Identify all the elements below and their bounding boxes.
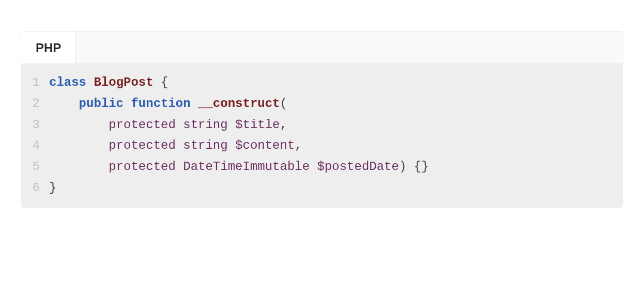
token-indent <box>49 97 79 111</box>
code-content: } <box>49 178 623 199</box>
token-space <box>176 118 183 132</box>
token-space <box>406 160 413 174</box>
token-space <box>176 138 183 152</box>
token-keyword: class <box>49 75 86 89</box>
token-modifier: protected <box>109 118 176 132</box>
token-space <box>124 97 131 111</box>
code-block: PHP 1 class BlogPost { 2 public function… <box>21 31 623 208</box>
token-braces: {} <box>414 160 429 174</box>
line-number: 6 <box>21 178 49 199</box>
token-space <box>154 75 161 89</box>
token-type: string <box>183 138 227 152</box>
code-content: protected string $title, <box>49 115 623 136</box>
code-line: 6 } <box>21 178 623 199</box>
line-number: 5 <box>21 156 49 178</box>
code-line: 2 public function __construct( <box>21 93 623 115</box>
token-brace: } <box>49 181 56 195</box>
code-line: 4 protected string $content, <box>21 135 623 156</box>
line-number: 2 <box>21 93 49 115</box>
token-indent <box>49 138 109 152</box>
token-type: string <box>183 118 227 132</box>
code-line: 3 protected string $title, <box>21 115 623 136</box>
code-content: protected string $content, <box>49 135 623 156</box>
line-number: 1 <box>21 72 49 93</box>
token-keyword: public <box>79 97 124 111</box>
code-content: protected DateTimeImmutable $postedDate)… <box>49 156 623 178</box>
token-keyword: function <box>131 97 190 111</box>
tab-php[interactable]: PHP <box>21 32 76 64</box>
token-space <box>228 118 235 132</box>
page: PHP 1 class BlogPost { 2 public function… <box>0 0 644 228</box>
token-classname: BlogPost <box>94 75 153 89</box>
code-content: class BlogPost { <box>49 72 623 93</box>
line-number: 4 <box>21 135 49 156</box>
code-line: 1 class BlogPost { <box>21 72 623 93</box>
line-number: 3 <box>21 115 49 136</box>
token-paren: ) <box>399 160 406 174</box>
token-space <box>191 97 198 111</box>
token-indent <box>49 160 109 174</box>
token-space <box>228 138 235 152</box>
token-paren: ( <box>280 97 287 111</box>
token-variable: $title <box>235 118 280 132</box>
token-brace: { <box>161 75 168 89</box>
token-variable: $content <box>235 138 295 152</box>
token-modifier: protected <box>109 160 176 174</box>
code-content: public function __construct( <box>49 93 623 115</box>
token-variable: $postedDate <box>317 160 399 174</box>
token-space <box>176 160 183 174</box>
token-comma: , <box>295 138 302 152</box>
token-comma: , <box>280 118 287 132</box>
token-space <box>86 75 94 89</box>
code-line: 5 protected DateTimeImmutable $postedDat… <box>21 156 623 178</box>
token-modifier: protected <box>109 138 176 152</box>
token-function: __construct <box>198 97 280 111</box>
token-type: DateTimeImmutable <box>183 160 310 174</box>
code-body: 1 class BlogPost { 2 public function __c… <box>21 64 623 207</box>
token-indent <box>49 118 109 132</box>
token-space <box>310 160 317 174</box>
tab-bar: PHP <box>21 32 623 64</box>
